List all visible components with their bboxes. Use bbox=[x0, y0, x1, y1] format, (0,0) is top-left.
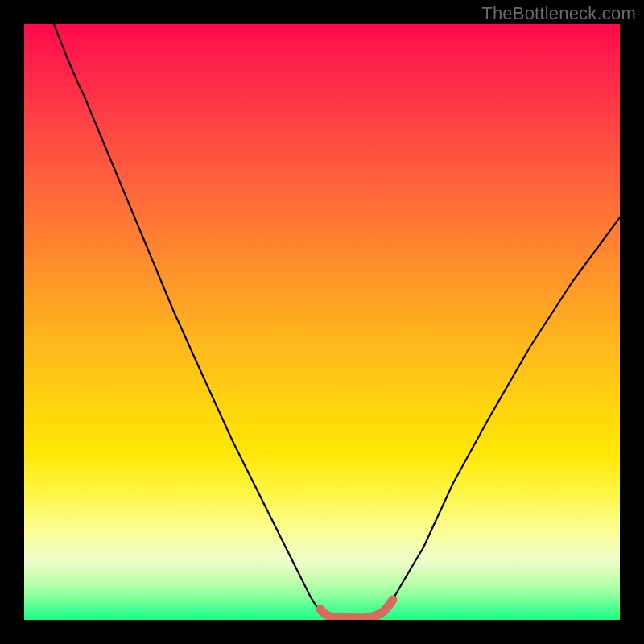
plot-area bbox=[24, 24, 620, 620]
bottleneck-curve bbox=[54, 24, 620, 619]
watermark-text: TheBottleneck.com bbox=[481, 3, 636, 24]
optimal-range-highlight bbox=[320, 600, 393, 618]
chart-frame: TheBottleneck.com bbox=[0, 0, 644, 644]
chart-svg bbox=[24, 24, 620, 620]
